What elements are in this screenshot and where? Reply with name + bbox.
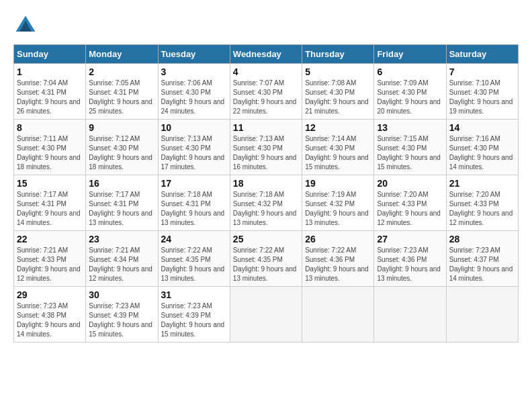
- logo: [13, 13, 42, 38]
- calendar-cell: 29 Sunrise: 7:23 AMSunset: 4:38 PMDaylig…: [14, 287, 86, 342]
- day-info: Sunrise: 7:22 AMSunset: 4:36 PMDaylight:…: [305, 246, 371, 283]
- day-number: 8: [17, 122, 83, 133]
- day-info: Sunrise: 7:21 AMSunset: 4:33 PMDaylight:…: [17, 246, 83, 283]
- day-number: 14: [449, 122, 515, 133]
- weekday-header-monday: Monday: [86, 45, 158, 64]
- day-number: 2: [89, 66, 154, 77]
- page-header: [13, 13, 519, 38]
- weekday-header-friday: Friday: [374, 45, 446, 64]
- day-number: 16: [89, 178, 154, 189]
- calendar-cell: 9 Sunrise: 7:12 AMSunset: 4:30 PMDayligh…: [86, 120, 158, 175]
- day-number: 10: [161, 122, 227, 133]
- day-info: Sunrise: 7:05 AMSunset: 4:31 PMDaylight:…: [89, 79, 154, 116]
- day-info: Sunrise: 7:22 AMSunset: 4:35 PMDaylight:…: [161, 246, 227, 283]
- calendar-cell: 21 Sunrise: 7:20 AMSunset: 4:33 PMDaylig…: [446, 175, 518, 231]
- calendar-cell: 10 Sunrise: 7:13 AMSunset: 4:30 PMDaylig…: [158, 120, 230, 175]
- logo-icon: [13, 13, 38, 38]
- calendar-cell: 8 Sunrise: 7:11 AMSunset: 4:30 PMDayligh…: [14, 120, 86, 175]
- calendar-cell: 11 Sunrise: 7:13 AMSunset: 4:30 PMDaylig…: [230, 120, 302, 175]
- calendar-cell: 7 Sunrise: 7:10 AMSunset: 4:30 PMDayligh…: [446, 64, 518, 120]
- calendar-cell: 27 Sunrise: 7:23 AMSunset: 4:36 PMDaylig…: [374, 231, 446, 287]
- day-number: 23: [89, 234, 154, 244]
- calendar-cell: 6 Sunrise: 7:09 AMSunset: 4:30 PMDayligh…: [374, 64, 446, 120]
- calendar-table: SundayMondayTuesdayWednesdayThursdayFrid…: [13, 44, 519, 342]
- day-info: Sunrise: 7:07 AMSunset: 4:30 PMDaylight:…: [233, 79, 299, 116]
- day-info: Sunrise: 7:23 AMSunset: 4:38 PMDaylight:…: [17, 302, 83, 339]
- day-number: 21: [449, 178, 515, 189]
- day-number: 22: [17, 234, 83, 244]
- calendar-cell: 23 Sunrise: 7:21 AMSunset: 4:34 PMDaylig…: [86, 231, 158, 287]
- day-info: Sunrise: 7:11 AMSunset: 4:30 PMDaylight:…: [17, 134, 83, 172]
- day-number: 26: [305, 234, 371, 244]
- weekday-header-sunday: Sunday: [14, 45, 86, 64]
- day-number: 4: [233, 66, 299, 77]
- calendar-cell: 13 Sunrise: 7:15 AMSunset: 4:30 PMDaylig…: [374, 120, 446, 175]
- calendar-cell: 18 Sunrise: 7:18 AMSunset: 4:32 PMDaylig…: [230, 175, 302, 231]
- day-number: 25: [233, 234, 299, 244]
- calendar-cell: 4 Sunrise: 7:07 AMSunset: 4:30 PMDayligh…: [230, 64, 302, 120]
- weekday-header-tuesday: Tuesday: [158, 45, 230, 64]
- day-info: Sunrise: 7:20 AMSunset: 4:33 PMDaylight:…: [449, 190, 515, 228]
- day-info: Sunrise: 7:17 AMSunset: 4:31 PMDaylight:…: [89, 190, 154, 228]
- calendar-cell: 1 Sunrise: 7:04 AMSunset: 4:31 PMDayligh…: [14, 64, 86, 120]
- calendar-cell: 12 Sunrise: 7:14 AMSunset: 4:30 PMDaylig…: [302, 120, 374, 175]
- day-number: 28: [449, 234, 515, 244]
- calendar-cell: 20 Sunrise: 7:20 AMSunset: 4:33 PMDaylig…: [374, 175, 446, 231]
- day-info: Sunrise: 7:15 AMSunset: 4:30 PMDaylight:…: [377, 134, 443, 172]
- day-number: 1: [17, 66, 83, 77]
- day-info: Sunrise: 7:22 AMSunset: 4:35 PMDaylight:…: [233, 246, 299, 283]
- day-info: Sunrise: 7:16 AMSunset: 4:30 PMDaylight:…: [449, 134, 515, 172]
- calendar-cell: 26 Sunrise: 7:22 AMSunset: 4:36 PMDaylig…: [302, 231, 374, 287]
- day-number: 19: [305, 178, 371, 189]
- day-info: Sunrise: 7:20 AMSunset: 4:33 PMDaylight:…: [377, 190, 443, 228]
- day-number: 11: [233, 122, 299, 133]
- day-info: Sunrise: 7:08 AMSunset: 4:30 PMDaylight:…: [305, 79, 371, 116]
- day-number: 5: [305, 66, 371, 77]
- day-number: 29: [17, 289, 83, 300]
- day-info: Sunrise: 7:13 AMSunset: 4:30 PMDaylight:…: [233, 134, 299, 172]
- day-number: 3: [161, 66, 227, 77]
- day-info: Sunrise: 7:19 AMSunset: 4:32 PMDaylight:…: [305, 190, 371, 228]
- calendar-cell: 3 Sunrise: 7:06 AMSunset: 4:30 PMDayligh…: [158, 64, 230, 120]
- day-number: 17: [161, 178, 227, 189]
- calendar-cell: 5 Sunrise: 7:08 AMSunset: 4:30 PMDayligh…: [302, 64, 374, 120]
- calendar-cell: 2 Sunrise: 7:05 AMSunset: 4:31 PMDayligh…: [86, 64, 158, 120]
- day-info: Sunrise: 7:23 AMSunset: 4:36 PMDaylight:…: [377, 246, 443, 283]
- weekday-header-thursday: Thursday: [302, 45, 374, 64]
- calendar-cell: 25 Sunrise: 7:22 AMSunset: 4:35 PMDaylig…: [230, 231, 302, 287]
- day-info: Sunrise: 7:21 AMSunset: 4:34 PMDaylight:…: [89, 246, 154, 283]
- day-info: Sunrise: 7:18 AMSunset: 4:32 PMDaylight:…: [233, 190, 299, 228]
- day-info: Sunrise: 7:04 AMSunset: 4:31 PMDaylight:…: [17, 79, 83, 116]
- day-info: Sunrise: 7:06 AMSunset: 4:30 PMDaylight:…: [161, 79, 227, 116]
- day-info: Sunrise: 7:23 AMSunset: 4:37 PMDaylight:…: [449, 246, 515, 283]
- calendar-cell: 22 Sunrise: 7:21 AMSunset: 4:33 PMDaylig…: [14, 231, 86, 287]
- day-info: Sunrise: 7:17 AMSunset: 4:31 PMDaylight:…: [17, 190, 83, 228]
- calendar-cell: 28 Sunrise: 7:23 AMSunset: 4:37 PMDaylig…: [446, 231, 518, 287]
- calendar-cell: 19 Sunrise: 7:19 AMSunset: 4:32 PMDaylig…: [302, 175, 374, 231]
- calendar-cell: 24 Sunrise: 7:22 AMSunset: 4:35 PMDaylig…: [158, 231, 230, 287]
- day-number: 18: [233, 178, 299, 189]
- day-info: Sunrise: 7:09 AMSunset: 4:30 PMDaylight:…: [377, 79, 443, 116]
- day-number: 31: [161, 289, 227, 300]
- day-number: 20: [377, 178, 443, 189]
- calendar-cell: 15 Sunrise: 7:17 AMSunset: 4:31 PMDaylig…: [14, 175, 86, 231]
- day-info: Sunrise: 7:18 AMSunset: 4:31 PMDaylight:…: [161, 190, 227, 228]
- day-number: 7: [449, 66, 515, 77]
- day-info: Sunrise: 7:10 AMSunset: 4:30 PMDaylight:…: [449, 79, 515, 116]
- day-number: 12: [305, 122, 371, 133]
- calendar-cell: [374, 287, 446, 342]
- day-number: 6: [377, 66, 443, 77]
- day-number: 9: [89, 122, 154, 133]
- calendar-cell: [302, 287, 374, 342]
- calendar-cell: [230, 287, 302, 342]
- day-number: 30: [89, 289, 154, 300]
- calendar-cell: 17 Sunrise: 7:18 AMSunset: 4:31 PMDaylig…: [158, 175, 230, 231]
- weekday-header-saturday: Saturday: [446, 45, 518, 64]
- calendar-cell: [446, 287, 518, 342]
- calendar-cell: 16 Sunrise: 7:17 AMSunset: 4:31 PMDaylig…: [86, 175, 158, 231]
- day-info: Sunrise: 7:12 AMSunset: 4:30 PMDaylight:…: [89, 134, 154, 172]
- day-info: Sunrise: 7:23 AMSunset: 4:39 PMDaylight:…: [89, 302, 154, 339]
- day-number: 13: [377, 122, 443, 133]
- day-info: Sunrise: 7:23 AMSunset: 4:39 PMDaylight:…: [161, 302, 227, 339]
- day-number: 27: [377, 234, 443, 244]
